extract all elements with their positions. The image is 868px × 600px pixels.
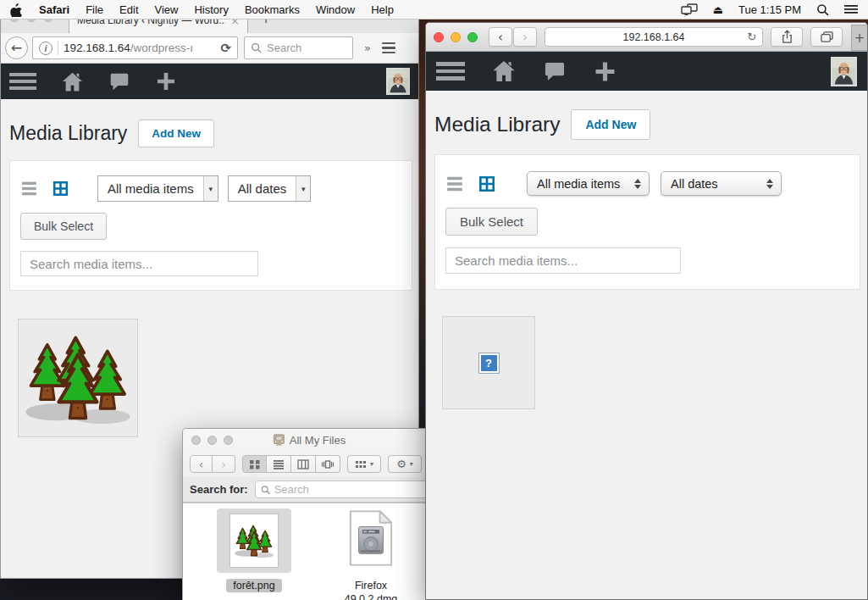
back-button[interactable]: ← — [5, 36, 28, 59]
date-filter-select[interactable]: All dates — [661, 171, 782, 196]
new-content-icon[interactable] — [592, 58, 618, 85]
bulk-select-button[interactable]: Bulk Select — [445, 208, 538, 236]
list-view-icon[interactable] — [20, 180, 38, 197]
media-search-input[interactable] — [20, 251, 258, 276]
comments-icon[interactable] — [543, 59, 567, 83]
menu-clock[interactable]: Tue 1:15 PM — [738, 3, 801, 16]
menu-app-name[interactable]: Safari — [39, 3, 69, 16]
site-info-icon[interactable]: i — [39, 42, 53, 55]
avatar[interactable] — [386, 68, 410, 95]
icon-view-icon — [249, 459, 261, 469]
menu-view[interactable]: View — [155, 3, 179, 16]
media-item-broken[interactable]: ? — [442, 316, 535, 409]
dropdown-arrow-icon: ▾ — [203, 176, 218, 201]
media-type-value: All media items — [98, 176, 203, 201]
icon-view-button[interactable] — [242, 455, 267, 473]
search-for-label: Search for: — [190, 483, 248, 496]
list-view-button[interactable] — [267, 455, 291, 473]
minimize-window-button[interactable] — [207, 436, 217, 445]
file-firefox-dmg[interactable]: Firefox 49.0.2.dmg — [330, 508, 412, 600]
minimize-window-button[interactable] — [451, 32, 461, 42]
forward-button[interactable]: › — [513, 27, 537, 47]
file-name[interactable]: forêt.png — [226, 579, 281, 592]
wp-admin-bar — [1, 64, 418, 99]
add-new-button[interactable]: Add New — [138, 119, 214, 147]
new-content-icon[interactable] — [154, 69, 178, 93]
displays-menu-icon[interactable] — [681, 3, 698, 16]
gear-icon: ⚙ — [396, 458, 406, 470]
url-bar[interactable]: i 192.168.1.64/wordpress-ı ⟳ — [32, 36, 238, 59]
menu-help[interactable]: Help — [371, 3, 394, 16]
column-view-icon — [297, 459, 309, 469]
action-menu-button[interactable]: ⚙ ▾ — [388, 455, 422, 473]
search-input[interactable] — [267, 42, 334, 54]
file-foret-png[interactable]: forêt.png — [213, 508, 295, 600]
page-title: Media Library — [9, 122, 127, 145]
overflow-chevrons-icon[interactable]: » — [364, 42, 370, 54]
zoom-window-button[interactable] — [467, 32, 478, 42]
media-toolbar-panel: All media items All dates Bulk Select — [434, 154, 860, 290]
arrange-menu-button[interactable]: ▾ — [347, 455, 381, 473]
file-name[interactable]: Firefox 49.0.2.dmg — [345, 579, 398, 600]
spotlight-icon[interactable] — [816, 3, 829, 16]
add-new-button[interactable]: Add New — [571, 109, 650, 140]
menu-edit[interactable]: Edit — [119, 3, 138, 16]
menu-window[interactable]: Window — [316, 3, 355, 16]
coverflow-view-icon — [321, 459, 334, 469]
url-divider — [58, 41, 58, 55]
close-window-button[interactable] — [434, 32, 444, 42]
share-button[interactable] — [771, 27, 803, 47]
show-all-tabs-button[interactable] — [810, 27, 843, 47]
list-view-icon[interactable] — [445, 175, 464, 193]
eject-icon[interactable]: ⏏ — [713, 3, 723, 16]
wp-menu-icon[interactable] — [436, 62, 465, 81]
new-tab-button[interactable]: + — [851, 25, 867, 51]
zoom-window-button[interactable] — [224, 436, 233, 445]
search-icon — [251, 42, 262, 53]
avatar[interactable] — [831, 57, 857, 86]
tabs-icon — [820, 31, 834, 43]
url-path: /wordpress-ı — [130, 42, 193, 54]
coverflow-view-button[interactable] — [316, 455, 340, 473]
finder-title-bar[interactable]: All My Files — [183, 429, 435, 451]
finder-window-title: All My Files — [290, 434, 346, 447]
menu-bar: Safari File Edit View History Bookmarks … — [0, 0, 868, 19]
reload-icon[interactable]: ⟳ — [220, 41, 231, 56]
comments-icon[interactable] — [108, 70, 130, 92]
media-type-select[interactable]: All media items — [527, 171, 650, 196]
forest-image — [233, 517, 275, 564]
menu-bookmarks[interactable]: Bookmarks — [245, 3, 300, 16]
wp-menu-icon[interactable] — [9, 73, 36, 90]
media-type-select[interactable]: All media items ▾ — [97, 175, 218, 202]
home-icon[interactable] — [490, 58, 517, 85]
back-button[interactable]: ‹ — [489, 27, 512, 47]
menu-file[interactable]: File — [86, 3, 103, 16]
apple-menu[interactable] — [10, 3, 22, 17]
media-type-value: All media items — [537, 177, 620, 191]
finder-search-input[interactable] — [274, 483, 423, 496]
dropdown-arrow-icon: ▾ — [296, 176, 310, 201]
finder-search-field[interactable] — [255, 481, 428, 498]
firefox-menu-icon[interactable] — [382, 42, 395, 54]
finder-back-button[interactable]: ‹ — [190, 455, 213, 473]
menu-history[interactable]: History — [194, 3, 228, 16]
date-filter-select[interactable]: All dates ▾ — [228, 175, 312, 202]
close-window-button[interactable] — [191, 436, 201, 445]
media-item-forest[interactable] — [18, 319, 138, 437]
wp-admin-bar — [426, 52, 867, 91]
home-icon[interactable] — [60, 69, 85, 94]
share-icon — [781, 30, 793, 44]
address-bar[interactable]: 192.168.1.64 ↻ — [545, 27, 763, 47]
select-arrows-icon — [755, 179, 773, 189]
grid-view-icon[interactable] — [52, 180, 69, 197]
column-view-button[interactable] — [291, 455, 316, 473]
notification-center-icon[interactable] — [844, 4, 858, 14]
firefox-search-bar[interactable] — [244, 36, 353, 59]
bulk-select-button[interactable]: Bulk Select — [20, 213, 107, 240]
reload-icon[interactable]: ↻ — [747, 31, 756, 43]
grid-view-icon[interactable] — [478, 175, 496, 193]
media-search-input[interactable] — [445, 247, 681, 274]
finder-file-area: forêt.png Firefox 49.0.2.dmg — [183, 503, 435, 600]
finder-forward-button[interactable]: › — [213, 455, 235, 473]
chevron-down-icon: ▾ — [370, 460, 373, 468]
